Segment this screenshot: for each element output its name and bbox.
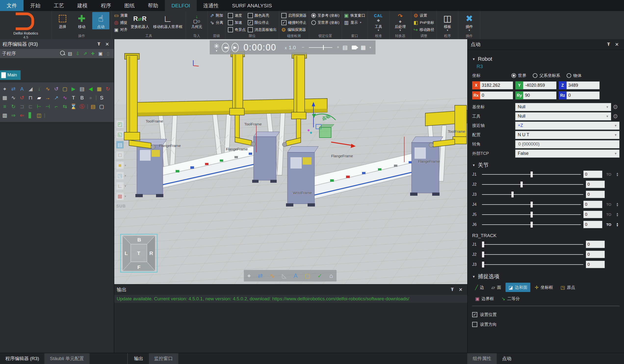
ribbon-button-align[interactable]: ▣对齐 [114,27,128,33]
joint-slider-j3[interactable] [482,191,583,198]
menu-item-surf-analysis[interactable]: SURF ANALYSIS [225,0,279,11]
circular-move-icon[interactable]: ↺ [52,86,61,91]
tab-output[interactable]: 输出 [129,353,149,364]
ribbon-button-settings[interactable]: ⚙设置 [414,13,434,18]
scene-canvas[interactable] [114,39,467,284]
ribbon-button-move[interactable]: ✚移动 [73,12,90,29]
pose-value[interactable]: 0 [567,91,600,99]
joint-value[interactable]: 0 [586,191,605,198]
ribbon-button-edit-detectors[interactable]: ⚙编辑探测器 [281,27,307,33]
rewind-icon[interactable]: ◀◀ [222,43,229,52]
joint-slider-j1[interactable] [482,171,581,178]
screenshot-icon[interactable]: ▦ [361,44,366,51]
coordinate-radio-world[interactable]: 世界 [511,73,526,78]
snap-option-bisect[interactable]: ↘二等分 [498,294,523,303]
fit-view-icon[interactable]: ◱ [116,131,129,138]
menu-item-drawing[interactable]: 图纸 [118,0,141,11]
pin-icon[interactable]: Ŧ [95,41,103,47]
robot-section-header[interactable]: ▼Robot [472,56,620,62]
wireframe-cube-icon[interactable]: □ [116,151,129,159]
joint-value[interactable]: 0 [583,201,602,208]
joint-value[interactable]: 0 [586,250,605,258]
joints-section-header[interactable]: ▼关节 [472,161,620,169]
tab-component-properties[interactable]: 组件属性 [467,353,497,364]
sub-view-label[interactable]: SUB [116,204,129,209]
to-button[interactable]: TO [605,202,613,206]
stop-icon[interactable]: Ⓢ [78,104,86,109]
play-icon[interactable]: ▶ [232,43,239,52]
close-icon[interactable]: ✕ [613,42,621,47]
tab-program-editor[interactable]: 程序编辑器 (R3) [0,353,44,364]
frame-view-icon[interactable]: ◳▼ [116,172,129,179]
track-joint-slider-j1[interactable] [482,241,583,248]
branch-up-icon[interactable]: ⊣ [43,104,52,109]
ribbon-checkbox-message-panel-output[interactable]: 消息面板输出 [248,27,277,33]
speed-slider[interactable] [309,45,332,50]
close-icon[interactable]: ✕ [103,41,111,47]
ribbon-checkbox-speed[interactable]: 速度 [228,13,246,18]
spinner-arrows-icon[interactable]: ▲▼ [615,172,620,177]
snap-option-frame[interactable]: ✛坐标框 [532,283,556,292]
path-points-icon[interactable]: ∿ [270,273,275,279]
view-cube-front[interactable]: F [137,264,141,270]
speed-minus-icon[interactable]: − [302,45,304,50]
delete-icon[interactable]: ▯ [104,51,112,56]
coordinate-radio-object[interactable]: 物体 [567,73,582,78]
print-icon[interactable]: ▥ [0,113,9,118]
if-branch-icon[interactable]: ⊐ [18,104,26,109]
approach-axis-dropdown[interactable]: +Z▼ [515,121,620,130]
ribbon-button-attach[interactable]: ⇗附加 [210,13,223,18]
controller-icon[interactable]: ▤ [78,86,86,91]
pose-value[interactable]: 3182.262 [480,81,513,90]
snap-section-header[interactable]: ▼捕捉选项 [472,273,620,280]
coordinate-radio-parent[interactable]: 父系坐标系 [533,73,560,78]
pin-icon[interactable]: Ŧ [604,42,613,47]
duplicate-icon[interactable]: ▣ [97,51,104,56]
ribbon-button-move-robot-world-frame[interactable]: ∟移动机器人世界框 [152,12,183,29]
menu-item-delfoi[interactable]: DELFOI [165,0,197,11]
ribbon-button-cal-tool[interactable]: CAL⌖工具▼ [370,12,387,32]
menu-item-connectivity[interactable]: 连通性 [197,0,225,11]
record-video-icon[interactable] [352,46,356,49]
speed-plus-icon[interactable]: + [337,45,339,50]
while-loop-icon[interactable]: ↻ [9,104,18,109]
swap-program-icon[interactable]: ⇄ [9,86,18,91]
view-cube-top[interactable]: T [137,250,140,256]
swap-target-icon[interactable]: ⇄ [258,273,263,279]
module-icon[interactable]: ◫ [35,113,43,118]
grid-icon[interactable]: ▦ [0,95,9,100]
joint-slider-j5[interactable] [482,211,581,218]
tab-jog[interactable]: 点动 [497,353,517,364]
external-tcp-dropdown[interactable]: False▼ [515,149,620,158]
view-cube-right[interactable]: R [149,250,153,256]
ribbon-checkbox-acceleration[interactable]: 加速 [228,20,246,25]
ribbon-button-move-path[interactable]: ↪移动路径 [414,27,434,33]
return-icon[interactable]: ⌐ [52,104,61,109]
robot-cell-icon[interactable]: ⌂ [329,273,333,279]
branch-down-icon[interactable]: ⊢ [35,104,43,109]
checkbox-set-position[interactable]: ✓设置位置 [472,310,620,319]
frame-statement-icon[interactable]: ▢ [61,86,69,91]
text-command-icon[interactable]: T [69,95,78,100]
joint-value[interactable]: 0 [586,181,605,188]
tab-staubli-cell-config[interactable]: Stäubli 单元配置 [44,353,89,364]
tab-monitor-window[interactable]: 监控窗口 [149,353,178,364]
to-button[interactable]: TO [605,172,613,176]
ribbon-button-swap-robot[interactable]: R⇄R更换机器人 [130,12,150,29]
joint-value[interactable]: 0 [583,221,602,228]
ribbon-button-geometry[interactable]: ↓▢○几何元 [188,12,205,29]
configuration-dropdown[interactable]: N U T▼ [515,131,620,139]
set-signal-icon[interactable]: ⇒ [9,113,18,118]
joint-value[interactable]: 0 [586,241,605,248]
ribbon-button-select[interactable]: 选择 [54,12,71,29]
snap-option-edge-and-face[interactable]: ◪边和面 [506,283,530,292]
ribbon-button-snap[interactable]: ◎捕捉 [114,20,128,25]
frame-icon[interactable]: ▢ [305,273,310,279]
snap-option-bounding-box[interactable]: ▣边界框 [472,294,497,303]
ribbon-radio-to-world[interactable]: 至世界 (坐标) [311,20,339,25]
viewport-3d[interactable]: ✳▼ ◀◀ ▶ 0:00:00 x 1.0 − + ▤ ▦ ▼ ◰◱▤□■▼◳▼… [114,39,467,284]
folder-icon[interactable]: ▰ [35,95,43,100]
orientation-cube-icon[interactable]: ▦▼ [116,193,129,200]
rename-icon[interactable]: A [18,86,26,91]
cycle-icon[interactable]: ↻ [104,86,112,91]
